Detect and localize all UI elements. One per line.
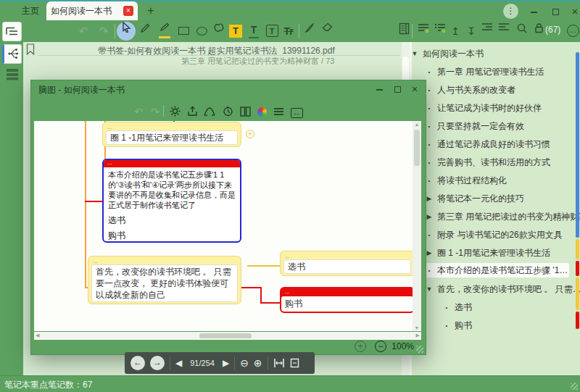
zoom-out-icon[interactable]: ⊖: [240, 357, 249, 369]
mindmap-node-selected[interactable]: ... 本市介绍的是读书笔记五步骤'1 1 的'③读书'和'④记录'两步所以接下…: [102, 159, 241, 243]
text-box-tool[interactable]: T: [263, 22, 281, 40]
scroll-down-icon[interactable]: ▼: [413, 325, 421, 330]
scroll-up-icon[interactable]: ▲: [413, 121, 421, 128]
mindmap-window[interactable]: 脑图 - 如何阅读一本书 × ↶ ↷ ↔ ... 圈: [30, 80, 426, 355]
indent-button[interactable]: [478, 22, 496, 40]
ink-pen-tool[interactable]: [301, 22, 318, 40]
mindmap-redo-icon[interactable]: ↷: [147, 104, 163, 120]
tab-close-icon[interactable]: ×: [123, 6, 133, 16]
mindmap-overview-button[interactable]: [202, 104, 218, 120]
sidebar-outline-toggle[interactable]: [2, 22, 22, 41]
scroll-right-icon[interactable]: ▶: [416, 333, 420, 338]
sidebar-item-collapsed[interactable]: ▶将笔记本一元化的技巧: [424, 191, 580, 206]
mindmap-settings-button[interactable]: [167, 104, 183, 120]
mindmap-node-buy-books[interactable]: ... 购书: [280, 287, 413, 313]
sidebar-item-expanded-note[interactable]: ▼首先，改变你的读书环境吧 。 只需要一点...: [424, 282, 580, 296]
mindmap-zoom-out-button[interactable]: −: [375, 341, 386, 352]
mindmap-vertical-scrollbar[interactable]: ▲ ▼: [413, 121, 421, 331]
annotation-marker-blue: [576, 52, 579, 238]
next-page-icon[interactable]: ▶: [223, 358, 229, 368]
sidebar-item-book-root[interactable]: ▼如何阅读一本书: [410, 46, 575, 61]
mindmap-node-environment[interactable]: ... 首先，改变你的读书环境吧 。 只需要一点改变， 更好的读书体验便可以成就…: [88, 256, 241, 304]
more-options-button[interactable]: …: [564, 22, 580, 40]
select-cursor-tool[interactable]: [117, 22, 136, 41]
mindmap-undo-icon[interactable]: ↶: [130, 104, 146, 120]
toolbar-separator: [115, 24, 115, 38]
mindmap-history-button[interactable]: [220, 104, 236, 120]
sidebar-item-note[interactable]: •让笔记成为读书时的好伙伴: [424, 101, 580, 115]
sidebar-item-note[interactable]: •人与书关系的改变者: [424, 83, 580, 97]
sidebar-item-pick-books[interactable]: •选书: [442, 300, 580, 314]
tab-document[interactable]: 如何阅读一本书 ×: [46, 1, 138, 20]
mindmap-node-pick-books[interactable]: ... 选书: [280, 251, 413, 276]
move-top-icon[interactable]: ↥: [447, 22, 464, 40]
rectangle-tool[interactable]: [175, 22, 192, 40]
sidebar-mindmap-toggle[interactable]: [2, 44, 22, 64]
strikethrough-icon: Tr: [283, 25, 293, 37]
window-resize-grip[interactable]: [416, 346, 423, 353]
mindmap-minimize-button[interactable]: [373, 84, 385, 96]
page-panel-toggle[interactable]: [395, 22, 413, 40]
sidebar-item-chapter3[interactable]: ▶第三章 用笔记把读过的书变为精神财富: [424, 209, 580, 224]
window-minimize-button[interactable]: [527, 5, 540, 18]
mindmap-maximize-button[interactable]: [392, 84, 403, 96]
outdent-button[interactable]: [495, 22, 513, 40]
undo-icon[interactable]: ↶: [75, 22, 92, 40]
new-tab-button[interactable]: +: [142, 1, 160, 20]
sidebar-item-figure[interactable]: ▶圈 1 -1用笔记来管理读书生活: [424, 246, 580, 260]
pen-tool[interactable]: [136, 22, 154, 40]
sidebar-item-buy-books[interactable]: •购书: [442, 318, 580, 333]
connector-line-red: [85, 201, 104, 202]
sidebar-item-appendix[interactable]: •附录 与读书笔记的26款实用文具: [424, 228, 580, 242]
mindmap-align-button[interactable]: [270, 104, 286, 120]
node-text: 首先，改变你的读书环境吧 。 只需要一点改变， 更好的读书体验便可以成就全新的自…: [91, 264, 238, 302]
scrollbar-thumb[interactable]: [414, 130, 420, 166]
text-strikethrough-tool[interactable]: Tr: [280, 22, 297, 40]
window-maximize-button[interactable]: [549, 5, 562, 18]
mindmap-zoom-in-button[interactable]: +: [355, 341, 366, 352]
fit-page-button[interactable]: [290, 358, 299, 368]
sidebar-item-note[interactable]: •将读书过程结构化: [424, 173, 580, 188]
text-underline-tool[interactable]: T: [245, 22, 262, 40]
tree-item-label: 附录 与读书笔记的26款实用文具: [434, 229, 563, 241]
sidebar-item-note[interactable]: •通过笔记养成良好的读书习惯: [424, 137, 580, 151]
eraser-tool[interactable]: [319, 22, 336, 40]
sidebar-item-note[interactable]: •只要坚持就一定会有效: [424, 119, 580, 133]
app-menu-icon[interactable]: ⋮: [503, 4, 518, 19]
page-indicator[interactable]: 91/254: [187, 359, 218, 367]
zoom-in-icon[interactable]: ⊕: [254, 357, 262, 369]
scrollbar-thumb[interactable]: [199, 333, 252, 338]
sidebar-item-note[interactable]: •完善购书、读书和活用的方式: [424, 155, 580, 170]
annotation-marker-yellow: [576, 239, 579, 259]
mindmap-layout-button[interactable]: [237, 104, 253, 120]
node-expand-icon[interactable]: +: [246, 130, 254, 138]
lasso-tool[interactable]: [210, 22, 228, 40]
window-close-button[interactable]: ×: [568, 5, 580, 18]
mindmap-horizontal-scrollbar[interactable]: ◀ ▶: [34, 332, 421, 340]
mindmap-fit-width-button[interactable]: ↔: [289, 104, 304, 120]
fit-width-button[interactable]: [273, 358, 285, 368]
app-resize-grip[interactable]: [571, 383, 578, 390]
tab-home[interactable]: 主页: [14, 1, 46, 20]
mindmap-close-button[interactable]: ×: [409, 84, 420, 96]
tree-item-label: 如何阅读一本书: [420, 48, 484, 60]
history-back-button[interactable]: ←: [130, 356, 145, 370]
redo-icon[interactable]: ↷: [95, 22, 112, 40]
note-list-add-button[interactable]: [415, 22, 432, 40]
text-highlight-tool[interactable]: T: [227, 22, 244, 40]
mindmap-canvas[interactable]: ... 圈 1 -1用笔记来管理读书生活 + ... 本市介绍的是读书笔记五步骤…: [34, 121, 413, 331]
sidebar-item-selected-note[interactable]: •本市介绍的是读书笔记五步骤 '1 1 的'③ 读...: [424, 263, 569, 278]
mindmap-node-figure[interactable]: ... 圈 1 -1用笔记来管理读书生活: [102, 122, 241, 147]
sidebar-item-chapter1[interactable]: •第一章 用笔记管理读书生活: [424, 64, 580, 79]
outdent-icon: [498, 22, 510, 32]
history-forward-button[interactable]: →: [150, 356, 165, 370]
highlighter-tool[interactable]: [156, 22, 173, 40]
previous-page-icon[interactable]: ◀: [175, 358, 182, 368]
ellipse-tool[interactable]: [193, 22, 210, 40]
mindmap-theme-button[interactable]: [254, 104, 270, 120]
sidebar-thumbnails-toggle[interactable]: [4, 68, 20, 83]
mindmap-export-button[interactable]: [184, 104, 200, 120]
move-bottom-icon[interactable]: ↧: [463, 22, 480, 40]
search-button[interactable]: [513, 22, 531, 40]
scroll-left-icon[interactable]: ◀: [36, 333, 39, 338]
